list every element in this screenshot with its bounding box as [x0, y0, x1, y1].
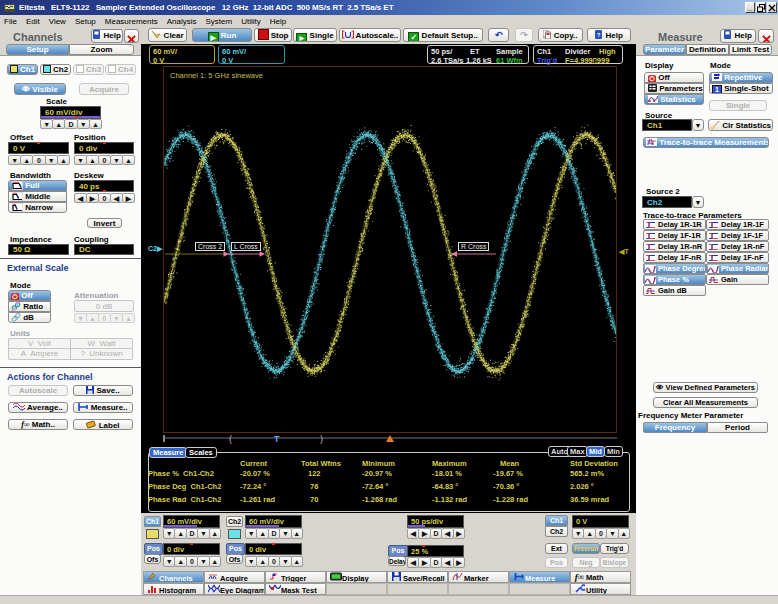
svg-text:T: T: [274, 434, 280, 444]
svg-text:(: (: [229, 434, 232, 444]
svg-text:?: ?: [597, 32, 601, 38]
svg-text:): ): [320, 434, 323, 444]
